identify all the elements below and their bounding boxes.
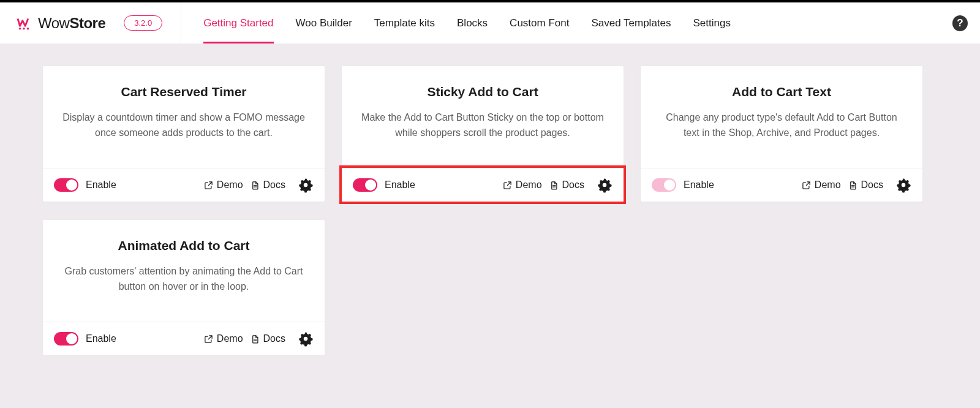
nav-item-getting-started[interactable]: Getting Started bbox=[203, 2, 273, 43]
enable-label: Enable bbox=[86, 333, 116, 344]
card-title: Cart Reserved Timer bbox=[60, 85, 307, 99]
nav-item-saved-templates[interactable]: Saved Templates bbox=[591, 2, 671, 43]
docs-link[interactable]: Docs bbox=[251, 333, 285, 344]
nav-item-settings[interactable]: Settings bbox=[693, 2, 731, 43]
feature-card-sticky-add-to-cart: Sticky Add to CartMake the Add to Cart B… bbox=[342, 66, 624, 202]
card-body: Animated Add to CartGrab customers' atte… bbox=[43, 220, 325, 322]
docs-link[interactable]: Docs bbox=[549, 179, 584, 191]
enable-toggle[interactable] bbox=[652, 178, 676, 192]
wowstore-logo-icon bbox=[16, 15, 32, 31]
settings-gear-icon[interactable] bbox=[895, 177, 911, 193]
enable-toggle[interactable] bbox=[353, 178, 377, 192]
enable-label: Enable bbox=[684, 179, 714, 191]
nav-item-woo-builder[interactable]: Woo Builder bbox=[296, 2, 352, 43]
nav-item-template-kits[interactable]: Template kits bbox=[374, 2, 435, 43]
nav-item-custom-font[interactable]: Custom Font bbox=[510, 2, 569, 43]
feature-card-cart-reserved-timer: Cart Reserved TimerDisplay a countdown t… bbox=[43, 66, 325, 202]
card-footer: EnableDemoDocs bbox=[641, 168, 922, 202]
demo-link[interactable]: Demo bbox=[503, 179, 542, 191]
document-icon bbox=[251, 181, 260, 190]
card-description: Make the Add to Cart Button Sticky on th… bbox=[359, 110, 606, 141]
card-body: Sticky Add to CartMake the Add to Cart B… bbox=[342, 66, 624, 168]
svg-point-2 bbox=[27, 27, 29, 29]
feature-cards-grid: Cart Reserved TimerDisplay a countdown t… bbox=[0, 44, 980, 377]
settings-gear-icon[interactable] bbox=[597, 177, 612, 193]
demo-label: Demo bbox=[217, 179, 243, 191]
enable-toggle[interactable] bbox=[54, 178, 78, 192]
document-icon bbox=[549, 181, 559, 190]
external-link-icon bbox=[802, 181, 811, 190]
docs-label: Docs bbox=[263, 333, 285, 344]
feature-card-animated-add-to-cart: Animated Add to CartGrab customers' atte… bbox=[43, 220, 325, 355]
card-footer: EnableDemoDocs bbox=[43, 168, 325, 202]
document-icon bbox=[848, 181, 858, 190]
card-title: Animated Add to Cart bbox=[60, 238, 307, 253]
docs-link[interactable]: Docs bbox=[251, 179, 285, 191]
toggle-knob bbox=[66, 333, 77, 344]
card-body: Add to Cart TextChange any product type'… bbox=[641, 66, 922, 168]
card-description: Display a countdown timer and show a FOM… bbox=[60, 110, 307, 141]
brand-name-light: Wow bbox=[38, 15, 69, 31]
settings-gear-icon[interactable] bbox=[298, 177, 314, 193]
demo-link[interactable]: Demo bbox=[802, 179, 841, 191]
card-title: Sticky Add to Cart bbox=[359, 85, 606, 99]
card-description: Change any product type's default Add to… bbox=[658, 110, 905, 141]
card-footer: EnableDemoDocs bbox=[342, 168, 624, 202]
demo-link[interactable]: Demo bbox=[204, 179, 243, 191]
docs-label: Docs bbox=[263, 179, 285, 191]
enable-label: Enable bbox=[385, 179, 415, 191]
external-link-icon bbox=[204, 181, 213, 190]
external-link-icon bbox=[204, 334, 213, 344]
feature-card-add-to-cart-text: Add to Cart TextChange any product type'… bbox=[641, 66, 922, 202]
settings-gear-icon[interactable] bbox=[298, 331, 314, 347]
demo-label: Demo bbox=[217, 333, 243, 344]
version-pill: 3.2.0 bbox=[124, 15, 162, 31]
nav-item-blocks[interactable]: Blocks bbox=[457, 2, 488, 43]
external-link-icon bbox=[503, 181, 512, 190]
brand-name-bold: Store bbox=[69, 15, 105, 31]
document-icon bbox=[251, 334, 260, 344]
demo-label: Demo bbox=[516, 179, 542, 191]
card-title: Add to Cart Text bbox=[658, 85, 905, 99]
help-icon[interactable]: ? bbox=[952, 15, 968, 31]
app-header: WowStore 3.2.0 Getting StartedWoo Builde… bbox=[0, 2, 980, 44]
demo-link[interactable]: Demo bbox=[204, 333, 243, 344]
enable-toggle[interactable] bbox=[54, 332, 78, 346]
toggle-knob bbox=[664, 179, 675, 191]
enable-label: Enable bbox=[86, 179, 116, 191]
svg-point-0 bbox=[19, 27, 21, 29]
brand-name: WowStore bbox=[38, 15, 105, 32]
docs-link[interactable]: Docs bbox=[848, 179, 883, 191]
main-nav: Getting StartedWoo BuilderTemplate kitsB… bbox=[203, 2, 940, 43]
docs-label: Docs bbox=[562, 179, 584, 191]
card-description: Grab customers' attention by animating t… bbox=[60, 264, 307, 295]
toggle-knob bbox=[365, 179, 376, 191]
card-body: Cart Reserved TimerDisplay a countdown t… bbox=[43, 66, 325, 168]
svg-point-1 bbox=[23, 27, 24, 29]
toggle-knob bbox=[66, 179, 77, 191]
brand-block: WowStore 3.2.0 bbox=[16, 2, 181, 43]
docs-label: Docs bbox=[861, 179, 883, 191]
card-footer: EnableDemoDocs bbox=[43, 322, 325, 355]
demo-label: Demo bbox=[815, 179, 841, 191]
